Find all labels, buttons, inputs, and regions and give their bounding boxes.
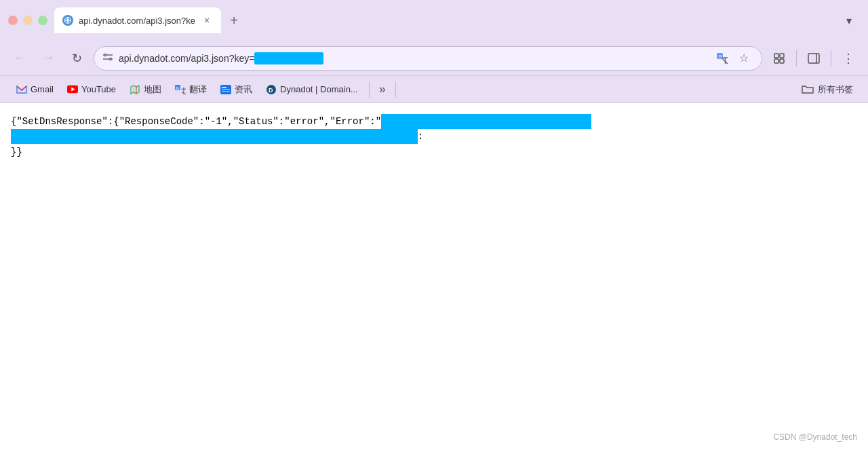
- bookmark-maps[interactable]: 地图: [124, 80, 167, 99]
- json-line3-text: }}: [11, 145, 22, 159]
- address-security-icon: [102, 52, 113, 64]
- extensions-button[interactable]: [768, 47, 791, 70]
- gmail-icon: [16, 84, 27, 95]
- json-line-1: {"SetDnsResponse":{"ResponseCode":"-1","…: [11, 114, 857, 129]
- bookmark-news[interactable]: 资讯: [215, 80, 258, 99]
- nav-separator-2: [831, 50, 831, 67]
- star-button[interactable]: ☆: [734, 49, 753, 68]
- bookmark-gmail-label: Gmail: [31, 84, 54, 94]
- svg-rect-24: [222, 87, 226, 88]
- tab-title: api.dynadot.com/api3.json?ke: [79, 16, 195, 26]
- bookmark-youtube-label: YouTube: [81, 84, 116, 94]
- address-key-highlight: [254, 52, 323, 64]
- translate-icon: G: [175, 84, 186, 95]
- svg-text:G: G: [176, 85, 179, 90]
- json-line1-highlight: [381, 114, 591, 129]
- tab-bar: api.dynadot.com/api3.json?ke × + ▾: [54, 7, 860, 33]
- translate-icon-button[interactable]: G: [713, 49, 732, 68]
- dynadot-icon: D: [266, 84, 277, 95]
- svg-rect-13: [780, 59, 784, 63]
- bookmark-translate-label: 翻译: [189, 83, 207, 96]
- close-window-button[interactable]: [8, 16, 18, 25]
- youtube-icon: [67, 84, 78, 95]
- bookmark-news-label: 资讯: [235, 83, 252, 96]
- navigation-bar: ← → ↻ api.dynadot.com/api3.json?key=: [0, 41, 868, 76]
- bookmark-dynadot-label: Dynadot | Domain...: [280, 84, 358, 94]
- json-line-2: :: [11, 129, 857, 144]
- content-area: {"SetDnsResponse":{"ResponseCode":"-1","…: [0, 103, 868, 452]
- svg-rect-14: [808, 54, 819, 63]
- all-bookmarks-label: 所有书签: [818, 83, 853, 96]
- json-line2-highlight: [11, 129, 418, 144]
- address-bar[interactable]: api.dynadot.com/api3.json?key= G ☆: [94, 46, 762, 71]
- svg-point-3: [110, 58, 112, 60]
- bookmarks-more-button[interactable]: »: [375, 82, 390, 96]
- bookmark-gmail[interactable]: Gmail: [11, 80, 59, 99]
- new-tab-button[interactable]: +: [224, 10, 244, 31]
- bookmark-translate[interactable]: G 翻译: [170, 80, 212, 99]
- minimize-window-button[interactable]: [23, 16, 33, 25]
- watermark: CSDN @Dynadot_tech: [773, 431, 857, 444]
- svg-rect-12: [774, 59, 778, 63]
- json-line2-colon: :: [418, 129, 423, 144]
- bookmark-dynadot[interactable]: D Dynadot | Domain...: [260, 80, 363, 99]
- tab-expand-button[interactable]: ▾: [838, 10, 860, 31]
- refresh-button[interactable]: ↻: [65, 47, 88, 70]
- svg-rect-10: [774, 54, 778, 58]
- bookmark-youtube[interactable]: YouTube: [62, 80, 121, 99]
- nav-separator: [796, 50, 797, 67]
- back-button[interactable]: ←: [8, 47, 31, 70]
- news-icon: [220, 84, 231, 95]
- bookmarks-bar: Gmail YouTube 地图 G: [0, 76, 868, 103]
- sidebar-button[interactable]: [802, 47, 825, 70]
- menu-button[interactable]: ⋮: [837, 47, 860, 70]
- bookmarks-separator: [369, 81, 370, 98]
- maximize-window-button[interactable]: [38, 16, 47, 25]
- tab-favicon: [62, 15, 73, 26]
- folder-icon: [802, 84, 814, 94]
- all-bookmarks-folder[interactable]: 所有书签: [797, 83, 857, 96]
- bookmark-maps-label: 地图: [144, 83, 161, 96]
- svg-rect-26: [222, 91, 230, 92]
- svg-rect-11: [780, 54, 784, 58]
- bookmarks-separator-2: [395, 81, 396, 98]
- tab-close-button[interactable]: ×: [201, 14, 213, 26]
- title-bar: api.dynadot.com/api3.json?ke × + ▾: [0, 0, 868, 41]
- window-controls: [8, 16, 47, 25]
- address-bar-actions: G ☆: [713, 49, 753, 68]
- json-line1-prefix: {"SetDnsResponse":{"ResponseCode":"-1","…: [11, 114, 381, 129]
- address-text: api.dynadot.com/api3.json?key=: [119, 52, 707, 64]
- nav-right-buttons: ⋮: [768, 47, 860, 70]
- svg-text:D: D: [269, 87, 273, 94]
- active-tab[interactable]: api.dynadot.com/api3.json?ke ×: [54, 7, 221, 33]
- json-line-3: }}: [11, 145, 857, 159]
- maps-icon: [130, 84, 140, 95]
- svg-rect-25: [222, 89, 230, 90]
- forward-button[interactable]: →: [37, 47, 60, 70]
- address-plain-text: api.dynadot.com/api3.json?key=: [119, 53, 254, 64]
- svg-point-2: [104, 54, 106, 56]
